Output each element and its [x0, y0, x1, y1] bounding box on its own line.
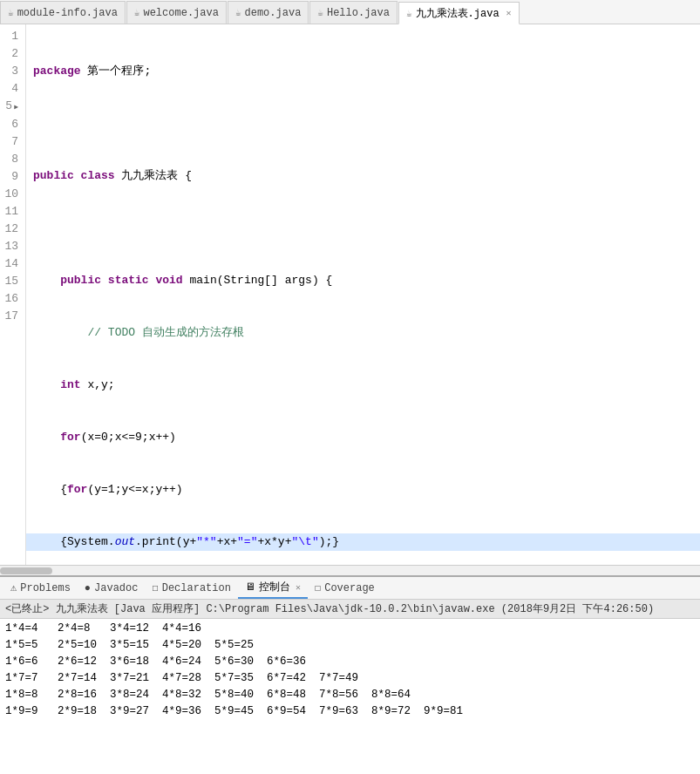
tab-label: demo.java — [245, 7, 302, 19]
console-panel: <已终止> 九九乘法表 [Java 应用程序] C:\Program Files… — [0, 600, 700, 774]
code-line-1: package 第一个程序; — [26, 63, 700, 80]
line-num-8: 8 — [3, 151, 18, 168]
line-num-1: 1 — [3, 28, 18, 45]
problems-icon: ⚠ — [10, 581, 17, 594]
code-line-8: for(x=0;x<=9;x++) — [26, 429, 700, 446]
tab-module-info[interactable]: ☕ module-info.java — [0, 1, 126, 24]
tab-close-icon[interactable]: ✕ — [506, 8, 512, 18]
bottom-tab-console[interactable]: 🖥 控制台 ✕ — [238, 578, 308, 599]
console-icon: 🖥 — [245, 580, 255, 594]
bottom-tab-bar: ⚠ Problems ● Javadoc ☐ Declaration 🖥 控制台… — [0, 577, 700, 600]
coverage-icon: ☐ — [315, 581, 321, 594]
code-line-9: {for(y=1;y<=x;y++) — [26, 481, 700, 499]
code-line-2 — [26, 115, 700, 132]
line-num-6: 6 — [3, 116, 18, 133]
line-num-7: 7 — [3, 133, 18, 151]
tab-hello[interactable]: ☕ Hello.java — [309, 1, 398, 24]
bottom-tab-label: 控制台 — [259, 580, 290, 594]
code-line-6: // TODO 自动生成的方法存根 — [26, 324, 700, 342]
java-icon: ☕ — [317, 7, 323, 18]
console-header: <已终止> 九九乘法表 [Java 应用程序] C:\Program Files… — [0, 600, 700, 619]
javadoc-icon: ● — [85, 582, 91, 594]
console-line-1: 1*4=4 2*4=8 3*4=12 4*4=16 — [5, 621, 695, 637]
bottom-tab-label: Coverage — [324, 582, 375, 594]
bottom-tab-problems[interactable]: ⚠ Problems — [3, 578, 78, 599]
line-num-16: 16 — [3, 290, 18, 308]
bottom-tab-label: Declaration — [162, 582, 231, 594]
code-line-3: public class 九九乘法表 { — [26, 167, 700, 185]
line-num-10: 10 — [3, 186, 18, 203]
code-line-10: {System.out.print(y+"*"+x+"="+x*y+"\t");… — [26, 533, 700, 551]
line-num-3: 3 — [3, 63, 18, 80]
bottom-tab-javadoc[interactable]: ● Javadoc — [78, 578, 146, 599]
line-num-5: 5 — [3, 98, 18, 116]
code-line-4 — [26, 220, 700, 237]
declaration-icon: ☐ — [152, 581, 158, 594]
line-num-9: 9 — [3, 168, 18, 186]
scrollbar-thumb[interactable] — [0, 567, 52, 574]
code-editor[interactable]: package 第一个程序; public class 九九乘法表 { publ… — [26, 24, 700, 565]
console-output: 1*4=4 2*4=8 3*4=12 4*4=16 1*5=5 2*5=10 3… — [0, 619, 700, 722]
tab-jiujiu[interactable]: ☕ 九九乘法表.java ✕ — [398, 2, 520, 24]
tab-bar: ☕ module-info.java ☕ welcome.java ☕ demo… — [0, 0, 700, 24]
code-line-7: int x,y; — [26, 377, 700, 394]
tab-welcome[interactable]: ☕ welcome.java — [126, 1, 227, 24]
line-num-17: 17 — [3, 308, 18, 325]
line-num-13: 13 — [3, 238, 18, 255]
line-numbers: 1 2 3 4 5 6 7 8 9 10 11 12 13 14 15 16 1… — [0, 24, 26, 565]
bottom-panel: ⚠ Problems ● Javadoc ☐ Declaration 🖥 控制台… — [0, 575, 700, 774]
java-icon: ☕ — [406, 8, 412, 19]
console-line-6: 1*9=9 2*9=18 3*9=27 4*9=36 5*9=45 6*9=54… — [5, 703, 695, 720]
java-icon: ☕ — [134, 7, 140, 18]
tab-label: Hello.java — [327, 7, 390, 19]
bottom-tab-label: Javadoc — [94, 582, 138, 594]
bottom-tab-declaration[interactable]: ☐ Declaration — [145, 578, 237, 599]
bottom-tab-label: Problems — [20, 582, 71, 594]
tab-label: 九九乘法表.java — [416, 6, 500, 21]
code-line-5: public static void main(String[] args) { — [26, 272, 700, 289]
line-num-15: 15 — [3, 273, 18, 290]
tab-demo[interactable]: ☕ demo.java — [228, 1, 309, 24]
java-icon: ☕ — [235, 7, 241, 18]
console-line-4: 1*7=7 2*7=14 3*7=21 4*7=28 5*7=35 6*7=42… — [5, 670, 695, 687]
line-num-11: 11 — [3, 203, 18, 221]
line-num-4: 4 — [3, 80, 18, 98]
java-icon: ☕ — [8, 7, 14, 18]
line-num-2: 2 — [3, 45, 18, 63]
bottom-tab-coverage[interactable]: ☐ Coverage — [308, 578, 382, 599]
console-line-3: 1*6=6 2*6=12 3*6=18 4*6=24 5*6=30 6*6=36 — [5, 654, 695, 670]
line-num-12: 12 — [3, 221, 18, 238]
line-num-14: 14 — [3, 255, 18, 273]
tab-label: welcome.java — [143, 7, 218, 19]
console-close-icon: ✕ — [296, 582, 301, 593]
tab-label: module-info.java — [17, 7, 118, 19]
editor-area: 1 2 3 4 5 6 7 8 9 10 11 12 13 14 15 16 1… — [0, 24, 700, 565]
horizontal-scrollbar[interactable] — [0, 565, 700, 575]
console-line-5: 1*8=8 2*8=16 3*8=24 4*8=32 5*8=40 6*8=48… — [5, 687, 695, 703]
console-line-2: 1*5=5 2*5=10 3*5=15 4*5=20 5*5=25 — [5, 637, 695, 654]
